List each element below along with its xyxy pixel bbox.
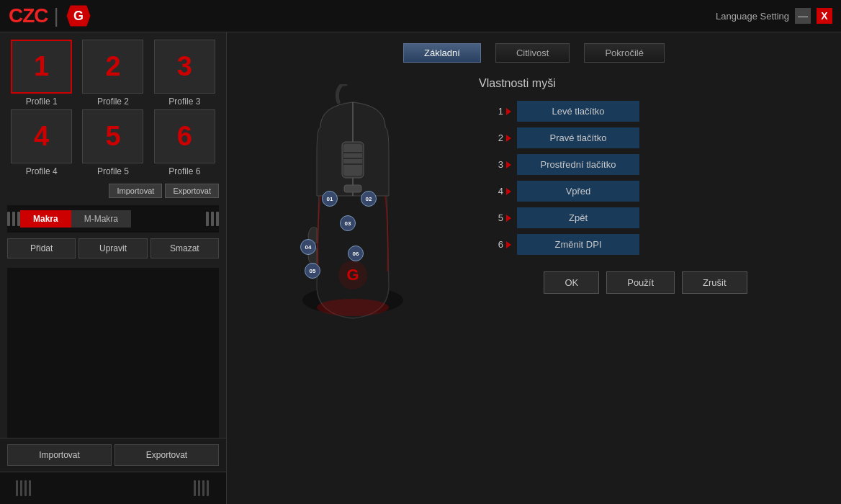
importovat-button[interactable]: Importovat [7, 444, 112, 466]
zrusit-button[interactable]: Zrušit [682, 271, 747, 294]
button-row-3: 3 Prostřední tlačítko [479, 154, 812, 175]
profile-box-6[interactable]: 6 [154, 109, 215, 163]
svg-rect-5 [29, 480, 31, 496]
title-bar: CZC | G Language Setting — X [0, 0, 841, 32]
profile-export-button[interactable]: Exportovat [165, 184, 219, 198]
profile-box-5[interactable]: 5 [82, 109, 143, 163]
hotspot-06[interactable]: 06 [348, 246, 364, 261]
title-bar-right: Language Setting — X [716, 8, 832, 24]
logo-area: CZC | G [9, 2, 92, 30]
gembird-logo-icon: G [65, 2, 92, 30]
profile-item-3: 3 Profile 3 [150, 40, 219, 107]
profile-box-4[interactable]: 4 [11, 109, 72, 163]
exportovat-button[interactable]: Exportovat [114, 444, 219, 466]
svg-rect-9 [207, 480, 209, 496]
hotspot-01[interactable]: 01 [322, 191, 338, 207]
profile-item-5: 5 Profile 5 [78, 109, 147, 176]
tab-citlivost[interactable]: Citlivost [495, 43, 570, 63]
content-area: Základní Citlivost Pokročilé [227, 32, 841, 504]
profile-label-6: Profile 6 [168, 166, 200, 176]
btn-function-1[interactable]: Levé tlačítko [517, 101, 639, 122]
profile-box-2[interactable]: 2 [82, 40, 143, 94]
czc-logo: CZC [9, 4, 48, 27]
smazat-button[interactable]: Smazat [150, 238, 219, 258]
macro-tabs: Makra M-Makra [7, 205, 219, 233]
profile-label-3: Profile 3 [168, 96, 200, 107]
btn-function-4[interactable]: Vpřed [517, 181, 639, 202]
btn-num-label-5: 5 [498, 212, 503, 223]
tab-mmakra[interactable]: M-Makra [71, 210, 131, 228]
profile-item-6: 6 Profile 6 [150, 109, 219, 176]
minimize-button[interactable]: — [795, 8, 811, 24]
btn-number-2: 2 [479, 132, 511, 143]
btn-arrow-2 [506, 135, 511, 142]
btn-function-5[interactable]: Zpět [517, 207, 639, 228]
hotspot-03[interactable]: 03 [340, 215, 356, 231]
footer-gears-icon [12, 474, 214, 502]
svg-rect-18 [344, 185, 361, 192]
svg-text:G: G [346, 266, 359, 284]
profile-number-6: 6 [177, 121, 192, 152]
profile-box-1[interactable]: 1 [11, 40, 72, 94]
hotspot-05[interactable]: 05 [305, 263, 320, 279]
mouse-image-container: G 01 02 03 04 05 06 [263, 84, 443, 351]
btn-arrow-4 [506, 188, 511, 195]
bottom-bar: Importovat Exportovat [0, 438, 226, 472]
btn-number-6: 6 [479, 239, 511, 250]
button-row-6: 6 Změnit DPI [479, 234, 812, 255]
profile-item-2: 2 Profile 2 [78, 40, 147, 107]
profile-grid: 1 Profile 1 2 Profile 2 3 Profile 3 4 [0, 32, 226, 184]
btn-function-2[interactable]: Pravé tlačítko [517, 127, 639, 148]
hotspot-02[interactable]: 02 [361, 191, 377, 207]
btn-number-5: 5 [479, 212, 511, 223]
logo-divider: | [54, 4, 59, 27]
macro-list-area [7, 268, 219, 438]
profile-number-1: 1 [34, 51, 49, 82]
profile-box-3[interactable]: 3 [154, 40, 215, 94]
tab-makra[interactable]: Makra [20, 210, 71, 228]
btn-arrow-3 [506, 161, 511, 168]
btn-num-label-4: 4 [498, 186, 503, 197]
svg-text:G: G [73, 9, 84, 23]
svg-rect-8 [202, 480, 204, 496]
properties-title: Vlastnosti myši [479, 77, 812, 90]
svg-rect-4 [24, 480, 27, 496]
svg-rect-3 [20, 480, 22, 496]
close-button[interactable]: X [817, 8, 832, 24]
btn-arrow-6 [506, 241, 511, 248]
btn-num-label-1: 1 [498, 106, 503, 117]
button-row-2: 2 Pravé tlačítko [479, 127, 812, 148]
profile-number-3: 3 [177, 51, 192, 82]
btn-function-6[interactable]: Změnit DPI [517, 234, 639, 255]
profile-label-1: Profile 1 [26, 96, 58, 107]
macro-actions: Přidat Upravit Smazat [7, 233, 219, 264]
left-gear-icon [7, 212, 20, 226]
profile-label-2: Profile 2 [97, 96, 129, 107]
pridat-button[interactable]: Přidat [7, 238, 76, 258]
btn-number-4: 4 [479, 186, 511, 197]
profile-number-5: 5 [105, 121, 120, 152]
button-row-5: 5 Zpět [479, 207, 812, 228]
hotspot-04[interactable]: 04 [300, 239, 316, 255]
tab-bar: Základní Citlivost Pokročilé [227, 32, 841, 70]
pouzit-button[interactable]: Použít [606, 271, 675, 294]
btn-function-3[interactable]: Prostřední tlačítko [517, 154, 639, 175]
svg-rect-2 [16, 480, 18, 496]
main-layout: 1 Profile 1 2 Profile 2 3 Profile 3 4 [0, 32, 841, 504]
profile-label-4: Profile 4 [26, 166, 58, 176]
tab-zakladni[interactable]: Základní [403, 43, 481, 63]
tab-pokrocile[interactable]: Pokročilé [584, 43, 664, 63]
btn-num-label-2: 2 [498, 132, 503, 143]
sidebar: 1 Profile 1 2 Profile 2 3 Profile 3 4 [0, 32, 227, 504]
mouse-area: G 01 02 03 04 05 06 Vlastnosti myši [227, 70, 841, 504]
action-buttons: OK Použít Zrušit [479, 261, 812, 301]
profile-item-1: 1 Profile 1 [7, 40, 76, 107]
import-export-row: Importovat Exportovat [0, 184, 226, 202]
ok-button[interactable]: OK [544, 271, 599, 294]
button-row-4: 4 Vpřed [479, 181, 812, 202]
upravit-button[interactable]: Upravit [78, 238, 147, 258]
profile-import-button[interactable]: Importovat [109, 184, 162, 198]
profile-item-4: 4 Profile 4 [7, 109, 76, 176]
language-setting-label: Language Setting [716, 11, 789, 22]
right-gear-icon [206, 212, 219, 226]
